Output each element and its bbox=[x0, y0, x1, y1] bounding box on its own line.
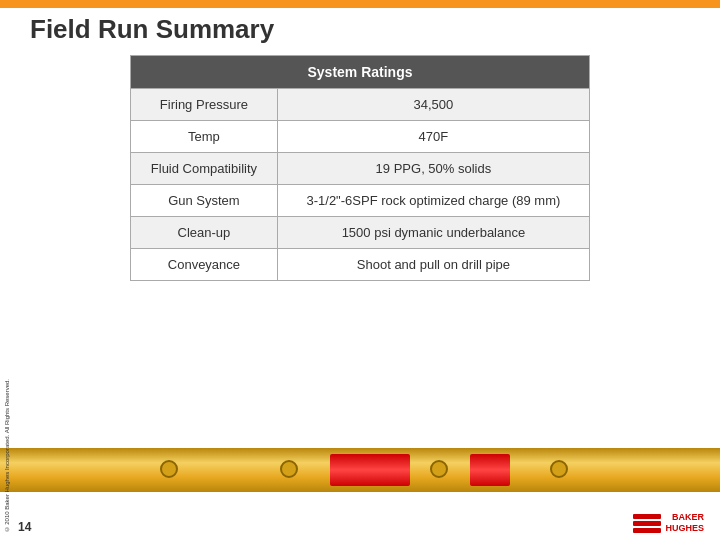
logo-text: BAKER HUGHES bbox=[665, 512, 704, 534]
tool-body bbox=[0, 440, 720, 500]
page-title: Field Run Summary bbox=[30, 14, 274, 45]
side-label: © 2010 Baker Hughes Incorporated. All Ri… bbox=[4, 379, 29, 535]
logo-bars bbox=[633, 514, 661, 533]
table-row: Gun System3-1/2"-6SPF rock optimized cha… bbox=[131, 185, 590, 217]
summary-table: System Ratings Firing Pressure34,500Temp… bbox=[130, 55, 590, 281]
row-label: Gun System bbox=[131, 185, 278, 217]
circle-detail-4 bbox=[550, 460, 568, 478]
red-section-2 bbox=[470, 454, 510, 486]
page-number: 14 bbox=[18, 520, 31, 534]
table-row: Firing Pressure34,500 bbox=[131, 89, 590, 121]
table-row: Clean-up1500 psi dymanic underbalance bbox=[131, 217, 590, 249]
circle-detail-3 bbox=[430, 460, 448, 478]
row-label: Firing Pressure bbox=[131, 89, 278, 121]
row-value: Shoot and pull on drill pipe bbox=[277, 249, 589, 281]
table-row: Temp470F bbox=[131, 121, 590, 153]
row-value: 1500 psi dymanic underbalance bbox=[277, 217, 589, 249]
row-value: 19 PPG, 50% solids bbox=[277, 153, 589, 185]
tool-diagram bbox=[0, 420, 720, 510]
circle-detail-2 bbox=[280, 460, 298, 478]
logo-bar-1 bbox=[633, 514, 661, 519]
logo-bar-3 bbox=[633, 528, 661, 533]
logo-area: BAKER HUGHES bbox=[633, 512, 704, 534]
red-section-1 bbox=[330, 454, 410, 486]
table-row: ConveyanceShoot and pull on drill pipe bbox=[131, 249, 590, 281]
logo-hughes: HUGHES bbox=[665, 523, 704, 534]
row-label: Fluid Compatibility bbox=[131, 153, 278, 185]
circle-detail-1 bbox=[160, 460, 178, 478]
row-label: Clean-up bbox=[131, 217, 278, 249]
logo-baker: BAKER bbox=[665, 512, 704, 523]
row-label: Temp bbox=[131, 121, 278, 153]
table-header: System Ratings bbox=[131, 56, 590, 89]
row-value: 34,500 bbox=[277, 89, 589, 121]
top-bar bbox=[0, 0, 720, 8]
row-value: 3-1/2"-6SPF rock optimized charge (89 mm… bbox=[277, 185, 589, 217]
table-row: Fluid Compatibility19 PPG, 50% solids bbox=[131, 153, 590, 185]
logo-bar-2 bbox=[633, 521, 661, 526]
row-value: 470F bbox=[277, 121, 589, 153]
summary-table-container: System Ratings Firing Pressure34,500Temp… bbox=[130, 55, 590, 281]
row-label: Conveyance bbox=[131, 249, 278, 281]
